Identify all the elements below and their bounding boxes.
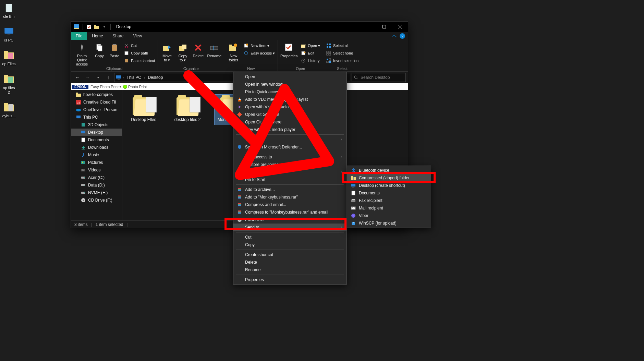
search-input[interactable]: Search Desktop	[352, 73, 406, 82]
nav-up-button[interactable]: ↑	[104, 73, 113, 82]
nav-item-downloads[interactable]: Downloads	[71, 144, 122, 151]
submenu-item-bluetooth-device[interactable]: Bluetooth device	[347, 167, 431, 174]
open-button[interactable]: Open ▾	[299, 42, 321, 49]
folder-item[interactable]: Desktop FIles	[126, 94, 161, 125]
tab-file[interactable]: File	[71, 32, 87, 40]
desktop-icon-this-pc[interactable]: is PC	[0, 25, 18, 43]
menu-item-compress-and-email[interactable]: Compress and email...	[233, 201, 347, 208]
tab-share[interactable]: Share	[108, 32, 128, 40]
copy-path-button[interactable]: Copy path	[122, 50, 156, 57]
copy-to-button[interactable]: Copy to ▾	[175, 41, 190, 62]
nav-item-onedrive-person[interactable]: OneDrive - Person	[71, 106, 122, 113]
menu-item-properties[interactable]: Properties	[233, 276, 347, 284]
qat-dropdown-icon[interactable]: ▾	[101, 24, 107, 29]
nav-item-music[interactable]: Music	[71, 151, 122, 159]
svg-point-118	[239, 219, 240, 220]
menu-item-include-in-library[interactable]: Include in library〉	[233, 168, 347, 176]
minimize-button[interactable]	[361, 22, 376, 32]
submenu-item-desktop-create-shortcut[interactable]: Desktop (create shortcut)	[347, 182, 431, 189]
submenu-item-compressed-zipped-folder[interactable]: Compressed (zipped) folder	[347, 174, 431, 182]
nav-item-nvme-e-[interactable]: NVME (E:)	[71, 189, 122, 196]
desktop-icon-monkeybusiness[interactable]: eybus...	[0, 101, 18, 118]
folder-item[interactable]: desktop files 2	[170, 94, 205, 125]
nav-item-3d-objects[interactable]: 3D Objects	[71, 121, 122, 129]
menu-item-add-to-monkeybusiness-rar[interactable]: Add to "Monkeybusiness.rar"	[233, 193, 347, 201]
cut-button[interactable]: Cut	[122, 42, 156, 49]
nav-item-this-pc[interactable]: This PC	[71, 113, 122, 121]
tab-home[interactable]: Home	[87, 32, 108, 40]
nav-item-videos[interactable]: Videos	[71, 166, 122, 174]
menu-item-poweriso[interactable]: PowerISO〉	[233, 216, 347, 224]
menu-item-add-to-archive[interactable]: Add to archive...	[233, 186, 347, 193]
nav-back-button[interactable]: ←	[73, 73, 82, 82]
submenu-item-documents[interactable]: Documents	[347, 189, 431, 197]
nav-item-pictures[interactable]: Pictures	[71, 159, 122, 166]
breadcrumb-this-pc[interactable]: This PC	[125, 75, 143, 80]
delete-button[interactable]: Delete	[191, 41, 205, 58]
menu-item-7-zip[interactable]: 7-Zip〉	[233, 136, 347, 143]
menu-item-pin-to-quick-access[interactable]: Pin to Quick access	[233, 88, 347, 96]
paste-button[interactable]: Paste	[107, 41, 122, 58]
menu-item-play-with-vlc-media-player[interactable]: Play with VLC media player	[233, 126, 347, 133]
menu-item-give-access-to[interactable]: Give access to〉	[233, 153, 347, 161]
nav-item-how-to-compres[interactable]: how-to-compres	[71, 91, 122, 98]
new-folder-button[interactable]: New folder	[226, 41, 241, 62]
nav-recent-button[interactable]: ▾	[94, 73, 102, 82]
qat-folder-icon[interactable]	[94, 24, 99, 29]
epson-photo-print[interactable]: Photo Print	[123, 85, 147, 89]
move-to-button[interactable]: Move to ▾	[159, 41, 174, 62]
menu-item-open-with-visual-studio[interactable]: Open with Visual Studio	[233, 103, 347, 111]
menu-item-rename[interactable]: Rename	[233, 266, 347, 274]
menu-item-scan-with-microsoft-defender[interactable]: Scan with Microsoft Defender...	[233, 143, 347, 151]
nav-item-creative-cloud-fil[interactable]: CcCreative Cloud Fil	[71, 98, 122, 106]
nav-item-data-d-[interactable]: Data (D:)	[71, 181, 122, 189]
nav-item-desktop[interactable]: Desktop	[71, 129, 122, 136]
new-item-button[interactable]: New item ▾	[242, 42, 276, 49]
select-none-button[interactable]: Select none	[325, 50, 360, 57]
menu-item-restore-previous-versions[interactable]: Restore previous versions	[233, 161, 347, 168]
submenu-item-fax-recipient[interactable]: Fax recipient	[347, 197, 431, 204]
select-all-button[interactable]: Select all	[325, 42, 360, 49]
qat-properties-icon[interactable]	[86, 24, 92, 29]
menu-item-copy[interactable]: Copy	[233, 241, 347, 249]
nav-item-documents[interactable]: Documents	[71, 136, 122, 144]
close-button[interactable]	[392, 22, 408, 32]
menu-item-cut[interactable]: Cut	[233, 233, 347, 241]
properties-button[interactable]: Properties	[279, 41, 299, 58]
tab-view[interactable]: View	[128, 32, 147, 40]
epson-easy-photo-print[interactable]: Easy Photo Print ▾	[90, 85, 121, 89]
paste-shortcut-button[interactable]: Paste shortcut	[122, 57, 156, 64]
rename-button[interactable]: Rename	[206, 41, 222, 58]
maximize-button[interactable]	[376, 22, 392, 32]
menu-item-open[interactable]: Open	[233, 73, 347, 81]
ribbon-collapse-icon[interactable]: へ	[392, 33, 397, 39]
submenu-item-winscp-for-upload[interactable]: WinSCP (for upload)	[347, 219, 431, 227]
breadcrumb-desktop[interactable]: Desktop	[146, 75, 164, 80]
history-button[interactable]: History	[299, 57, 321, 64]
titlebar[interactable]: ▾ Desktop	[71, 22, 408, 32]
ribbon-help-icon[interactable]: ?	[400, 33, 405, 39]
menu-item-compress-to-monkeybusiness-rar-and-email[interactable]: Compress to "Monkeybusiness.rar" and ema…	[233, 208, 347, 216]
copy-button[interactable]: Copy	[92, 41, 107, 58]
desktop-icon-desktop-files-2[interactable]: op files 2	[0, 73, 18, 95]
submenu-item-mail-recipient[interactable]: Mail recipient	[347, 204, 431, 212]
menu-item-send-to[interactable]: Send to〉	[233, 224, 347, 231]
menu-item-pin-to-start[interactable]: Pin to Start	[233, 176, 347, 183]
menu-item-open-git-gui-here[interactable]: Open Git GUI here	[233, 111, 347, 118]
edit-button[interactable]: Edit	[299, 50, 321, 57]
menu-item-delete[interactable]: Delete	[233, 258, 347, 266]
invert-selection-button[interactable]: Invert selection	[325, 57, 360, 64]
nav-item-acer-c-[interactable]: Acer (C:)	[71, 174, 122, 181]
nav-forward-button[interactable]: →	[83, 73, 92, 82]
menu-item-open-in-new-window[interactable]: Open in new window	[233, 81, 347, 88]
menu-item-open-git-bash-here[interactable]: Open Git Bash here	[233, 118, 347, 126]
desktop-icon-recycle-bin[interactable]: cle Bin	[0, 1, 18, 19]
easy-access-button[interactable]: Easy access ▾	[242, 50, 276, 57]
menu-item-label: Properties	[245, 277, 264, 282]
menu-item-create-shortcut[interactable]: Create shortcut	[233, 251, 347, 258]
pin-quick-access-button[interactable]: Pin to Quick access	[72, 41, 92, 66]
menu-item-add-to-vlc-media-player-s-playlist[interactable]: Add to VLC media player's Playlist	[233, 96, 347, 103]
nav-item-cd-drive-f-[interactable]: CD Drive (F:)	[71, 196, 122, 204]
submenu-item-viber[interactable]: Viber	[347, 212, 431, 219]
desktop-icon-desktop-files[interactable]: op FIles	[0, 49, 18, 66]
